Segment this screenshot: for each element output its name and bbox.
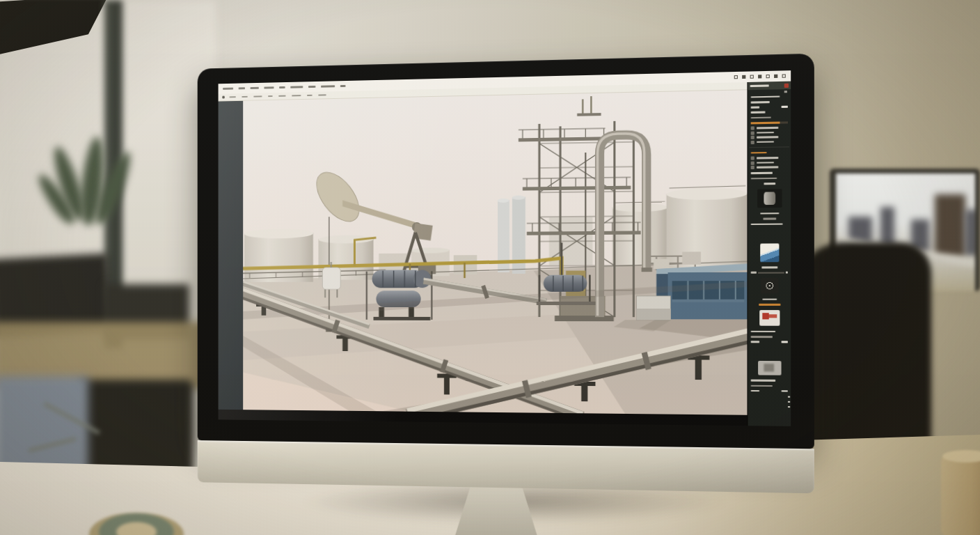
toolbar-icon[interactable] [750, 75, 754, 79]
monitor-stand [428, 486, 566, 535]
menu-item[interactable] [308, 86, 315, 88]
layer-icon [751, 140, 754, 144]
spiral-thumbnail[interactable] [761, 278, 778, 294]
monitor-screen [219, 70, 791, 426]
office-photo [0, 0, 980, 535]
adjustment-list[interactable] [748, 155, 791, 170]
toolbar-icon[interactable] [774, 75, 777, 78]
option-control[interactable] [229, 96, 235, 98]
adjustment-row[interactable] [748, 156, 791, 160]
layer-icon [751, 126, 754, 130]
toolbar-icon[interactable] [758, 75, 761, 78]
info-line [751, 111, 766, 114]
caption-line [762, 298, 777, 300]
caption-line [761, 266, 777, 268]
layer-row[interactable] [748, 140, 791, 144]
slider-handle-icon[interactable] [786, 271, 788, 273]
option-control[interactable] [242, 96, 247, 98]
layer-row[interactable] [748, 125, 791, 130]
imac-monitor [198, 54, 814, 535]
text-block [748, 344, 791, 358]
key-value-row [748, 341, 791, 343]
progress-bar[interactable] [751, 121, 788, 124]
toolbar-icon[interactable] [782, 74, 786, 77]
menu-item[interactable] [251, 87, 259, 90]
menu-items[interactable] [223, 85, 351, 91]
monitor-chin [198, 440, 814, 493]
layer-row[interactable] [748, 130, 791, 134]
toolbar-icon[interactable] [734, 75, 738, 79]
key-value-row [748, 389, 791, 391]
info-line [764, 183, 775, 185]
record-badge-icon[interactable] [784, 83, 789, 87]
option-control[interactable] [318, 94, 326, 96]
panel-edge-marks[interactable] [788, 396, 790, 408]
adjustment-icon [751, 161, 754, 164]
tools-panel[interactable] [219, 101, 244, 410]
text-block [748, 226, 791, 240]
caption-line [760, 212, 779, 215]
menu-item[interactable] [321, 85, 335, 88]
toolbar-icon[interactable] [766, 75, 770, 78]
menu-item[interactable] [279, 86, 285, 89]
info-line [751, 177, 777, 179]
close-icon[interactable] [784, 91, 787, 93]
option-control[interactable] [268, 95, 273, 98]
tool-logo-icon [222, 96, 225, 99]
monitor-bezel [198, 54, 814, 449]
menu-item[interactable] [340, 85, 346, 88]
layer-list[interactable] [748, 125, 791, 145]
option-control[interactable] [307, 95, 313, 97]
menu-item[interactable] [223, 87, 233, 90]
gray-card-thumbnail[interactable] [758, 360, 781, 375]
caption-line [751, 330, 776, 332]
layer-icon [751, 131, 754, 134]
opacity-slider[interactable] [748, 271, 791, 273]
toolbar-icons[interactable] [730, 74, 786, 79]
info-line [751, 101, 770, 103]
menu-item[interactable] [290, 86, 303, 88]
layer-row[interactable] [748, 135, 791, 139]
menu-item[interactable] [264, 86, 274, 89]
adjustment-icon [751, 156, 754, 160]
option-controls[interactable] [229, 94, 332, 98]
red-card-thumbnail[interactable] [759, 310, 780, 326]
adjustment-icon [751, 166, 754, 169]
caption-line [759, 304, 780, 306]
section-header [751, 152, 767, 154]
key-value-row [748, 106, 791, 109]
adjustment-row[interactable] [748, 165, 791, 169]
refinery-render [243, 90, 747, 415]
panel-title [750, 84, 769, 87]
info-line [751, 116, 771, 118]
info-line [751, 95, 780, 98]
option-control[interactable] [292, 95, 301, 97]
caption-line [751, 336, 773, 338]
jar-object [941, 454, 980, 535]
menu-item[interactable] [239, 87, 245, 90]
info-line [751, 172, 773, 174]
adjustment-row[interactable] [748, 160, 791, 164]
gradient-thumbnail[interactable] [760, 243, 779, 262]
panel-header[interactable] [748, 82, 791, 91]
properties-panel[interactable] [747, 82, 791, 426]
caption-line [763, 217, 776, 219]
caption-line [751, 380, 776, 382]
info-line [751, 223, 783, 225]
option-control[interactable] [278, 95, 285, 97]
layer-icon [751, 136, 754, 139]
caption-line [751, 385, 773, 387]
image-canvas[interactable] [243, 90, 747, 415]
toolbar-icon[interactable] [742, 75, 745, 79]
option-control[interactable] [253, 95, 262, 98]
tank-thumbnail[interactable] [757, 189, 782, 208]
